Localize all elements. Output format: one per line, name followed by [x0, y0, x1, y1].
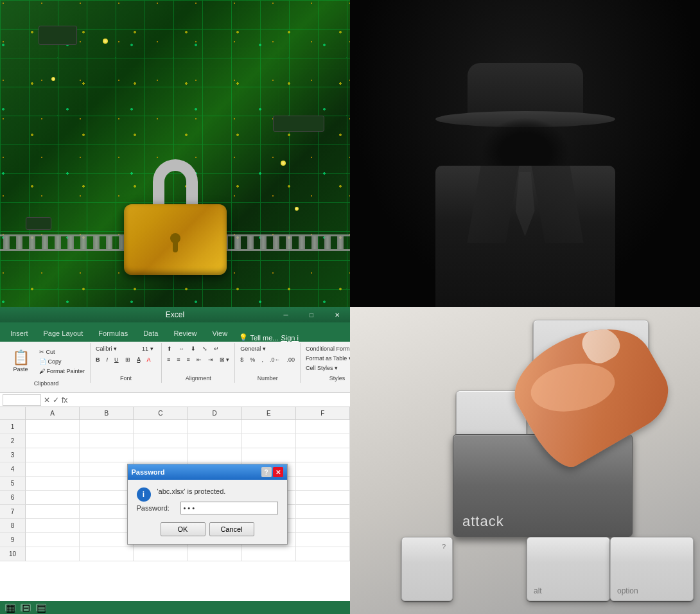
cell-b7[interactable] [80, 505, 134, 519]
cell-a5[interactable] [26, 477, 80, 491]
right-align-button[interactable]: ≡ [184, 355, 193, 364]
conditional-formatting-button[interactable]: Conditional Formatting ▾ [303, 344, 350, 353]
tab-data[interactable]: Data [136, 325, 166, 342]
alt-key[interactable]: alt [527, 537, 610, 601]
cell-d1[interactable] [188, 420, 241, 434]
number-format-dropdown[interactable]: General ▾ [238, 344, 297, 353]
italic-button[interactable]: I [104, 355, 111, 364]
align-top-button[interactable]: ⬆ [164, 344, 175, 353]
center-align-button[interactable]: ≡ [174, 355, 182, 364]
cell-e10[interactable] [242, 547, 296, 561]
cell-a9[interactable] [26, 533, 80, 547]
tab-page-layout[interactable]: Page Layout [36, 325, 91, 342]
name-box[interactable] [3, 394, 41, 406]
font-color-button[interactable]: A [144, 355, 153, 364]
cell-b1[interactable] [80, 420, 134, 434]
bold-button[interactable]: B [93, 355, 103, 364]
cell-c10[interactable] [134, 547, 188, 561]
sign-in-link[interactable]: Sign i [281, 334, 299, 342]
cell-a8[interactable] [26, 519, 80, 533]
currency-button[interactable]: $ [238, 355, 246, 364]
cell-c1[interactable] [134, 420, 188, 434]
cell-b9[interactable] [80, 533, 134, 547]
left-align-button[interactable]: ≡ [164, 355, 173, 364]
underline-button[interactable]: U [112, 355, 121, 364]
statusbar-view-break[interactable]: ▤ [36, 604, 46, 611]
dialog-help-button[interactable]: ? [261, 467, 272, 477]
cell-d3[interactable] [188, 448, 241, 462]
tell-me-box[interactable]: 💡 Tell me... [239, 333, 278, 342]
cell-f6[interactable] [296, 491, 350, 505]
cell-f10[interactable] [296, 547, 350, 561]
cut-button[interactable]: ✂ Cut [37, 347, 87, 356]
formula-input[interactable] [70, 394, 347, 406]
cell-f5[interactable] [296, 477, 350, 491]
statusbar-view-normal[interactable]: ▦ [5, 604, 15, 611]
cell-b10[interactable] [80, 547, 134, 561]
close-button[interactable]: ✕ [324, 307, 350, 322]
cell-f9[interactable] [296, 533, 350, 547]
tab-review[interactable]: Review [166, 325, 204, 342]
cell-e1[interactable] [242, 420, 296, 434]
tab-insert[interactable]: Insert [3, 325, 36, 342]
cell-a10[interactable] [26, 547, 80, 561]
increase-indent-button[interactable]: ⇥ [206, 355, 216, 364]
decrease-indent-button[interactable]: ⇤ [194, 355, 204, 364]
cell-b2[interactable] [80, 434, 134, 448]
font-size-dropdown[interactable]: 11 ▾ [139, 344, 159, 353]
cell-c3[interactable] [134, 448, 188, 462]
cell-b3[interactable] [80, 448, 134, 462]
minimize-button[interactable]: ─ [273, 307, 299, 322]
cell-a2[interactable] [26, 434, 80, 448]
percent-button[interactable]: % [247, 355, 258, 364]
wrap-text-button[interactable]: ↵ [211, 344, 222, 353]
increase-decimal-button[interactable]: .00 [284, 355, 297, 364]
cell-f4[interactable] [296, 462, 350, 477]
maximize-button[interactable]: □ [299, 307, 324, 322]
cell-f7[interactable] [296, 505, 350, 519]
cell-f2[interactable] [296, 434, 350, 448]
cell-styles-button[interactable]: Cell Styles ▾ [303, 364, 350, 373]
format-painter-button[interactable]: 🖌 Format Painter [37, 367, 87, 376]
cell-a1[interactable] [26, 420, 80, 434]
merge-button[interactable]: ⊠ ▾ [217, 355, 232, 364]
comma-button[interactable]: , [259, 355, 266, 364]
cell-a7[interactable] [26, 505, 80, 519]
cell-f1[interactable] [296, 420, 350, 434]
cancel-formula-icon[interactable]: ✕ [44, 396, 50, 405]
font-family-dropdown[interactable]: Calibri ▾ [93, 344, 138, 353]
tab-view[interactable]: View [204, 325, 235, 342]
cell-b6[interactable] [80, 491, 134, 505]
cell-e3[interactable] [242, 448, 296, 462]
copy-button[interactable]: 📄 Copy [37, 357, 87, 366]
cell-b5[interactable] [80, 477, 134, 491]
cell-b4[interactable] [80, 462, 134, 477]
attack-key[interactable]: attack [453, 434, 633, 537]
paste-button[interactable]: 📋 Paste [5, 344, 36, 379]
cell-d2[interactable] [188, 434, 241, 448]
angle-button[interactable]: ⤡ [200, 344, 210, 353]
cancel-button[interactable]: Cancel [209, 522, 254, 536]
format-as-table-button[interactable]: Format as Table ▾ [303, 354, 350, 363]
small-left-key[interactable]: ? [401, 537, 453, 601]
confirm-formula-icon[interactable]: ✓ [53, 396, 59, 405]
align-middle-button[interactable]: ↔ [176, 344, 187, 353]
insert-function-icon[interactable]: fx [62, 396, 67, 405]
cell-f3[interactable] [296, 448, 350, 462]
cell-a3[interactable] [26, 448, 80, 462]
cell-f8[interactable] [296, 519, 350, 533]
cell-c2[interactable] [134, 434, 188, 448]
cell-a4[interactable] [26, 462, 80, 477]
align-bottom-button[interactable]: ⬇ [188, 344, 198, 353]
cell-a6[interactable] [26, 491, 80, 505]
fill-color-button[interactable]: A̲ [134, 355, 143, 364]
border-button[interactable]: ⊞ [123, 355, 133, 364]
cell-d10[interactable] [188, 547, 241, 561]
cell-e2[interactable] [242, 434, 296, 448]
dialog-close-button[interactable]: ✕ [273, 467, 283, 477]
decrease-decimal-button[interactable]: .0← [267, 355, 283, 364]
password-input[interactable]: ••• [180, 502, 278, 514]
ok-button[interactable]: OK [161, 522, 206, 536]
cell-b8[interactable] [80, 519, 134, 533]
tab-formulas[interactable]: Formulas [91, 325, 136, 342]
